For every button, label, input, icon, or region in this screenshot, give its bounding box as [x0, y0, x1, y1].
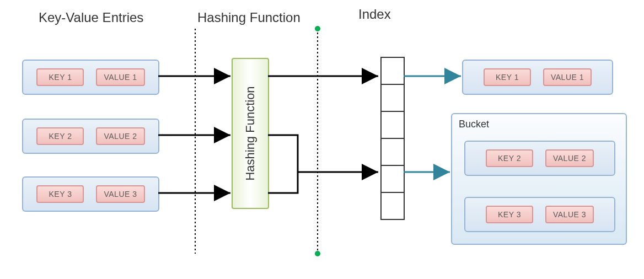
entry-2-key: KEY 2	[36, 127, 84, 145]
connector-dot-icon	[315, 26, 320, 31]
entry-2: KEY 2 VALUE 2	[22, 119, 159, 154]
bucket-label: Bucket	[459, 119, 489, 130]
index-slot	[380, 57, 405, 85]
entry-3-value: VALUE 3	[96, 185, 144, 203]
arrow-hash3-merge	[268, 172, 298, 193]
hashing-function-label: Hashing Function	[243, 86, 257, 180]
bucket-entry-2: KEY 3 VALUE 3	[464, 197, 615, 232]
bucket-entry-2-key: KEY 3	[486, 206, 533, 223]
arrow-hash2-merge	[268, 135, 298, 172]
output-entry-1-value: VALUE 1	[543, 68, 592, 86]
entry-1: KEY 1 VALUE 1	[22, 60, 159, 95]
entry-1-value: VALUE 1	[96, 68, 144, 86]
diagram-stage: Key-Value Entries Hashing Function Index…	[0, 0, 644, 279]
heading-entries: Key-Value Entries	[39, 10, 143, 25]
hashing-function-box: Hashing Function	[232, 58, 269, 209]
index-slot	[380, 192, 405, 220]
entry-1-key: KEY 1	[36, 68, 84, 86]
index-slot	[380, 165, 405, 193]
bucket-entry-1: KEY 2 VALUE 2	[464, 141, 615, 176]
connector-dot-icon	[315, 251, 320, 256]
heading-hashing: Hashing Function	[197, 10, 300, 25]
output-entry-1-key: KEY 1	[484, 68, 531, 86]
bucket: Bucket KEY 2 VALUE 2 KEY 3 VALUE 3	[451, 113, 627, 245]
index-slot	[380, 111, 405, 139]
bucket-entry-2-value: VALUE 3	[545, 206, 594, 223]
bucket-entry-1-value: VALUE 2	[545, 149, 594, 167]
output-entry-1: KEY 1 VALUE 1	[462, 60, 613, 95]
index-slot	[380, 84, 405, 112]
entry-2-value: VALUE 2	[96, 127, 144, 145]
entry-3-key: KEY 3	[36, 185, 84, 203]
bucket-entry-1-key: KEY 2	[486, 149, 533, 167]
entry-3: KEY 3 VALUE 3	[22, 176, 159, 212]
index-array	[380, 57, 402, 220]
heading-index: Index	[358, 7, 391, 22]
index-slot	[380, 138, 405, 166]
